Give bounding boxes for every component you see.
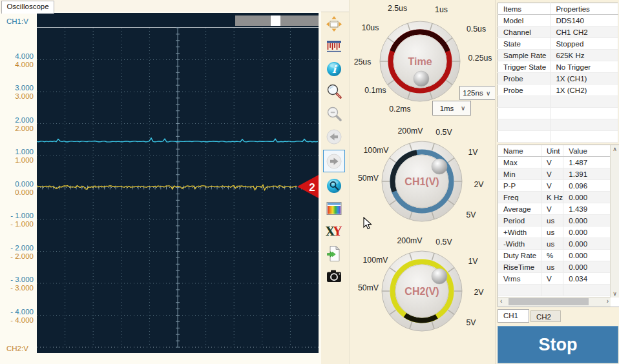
scroll-up-icon[interactable]: ∧ (611, 146, 619, 152)
ch2-scale-label: 2V (458, 288, 499, 297)
ch1-axis-title: CH1:V (6, 17, 28, 25)
horizontal-scrollbar[interactable]: ‹ › (498, 297, 611, 307)
time-scale-label: 10us (350, 23, 391, 32)
table-row: Probe1X (CH1) (498, 73, 618, 85)
ch1-scale-label: 0.5V (423, 128, 465, 137)
tab-ch1[interactable]: CH1 (498, 309, 529, 323)
table-cell (498, 119, 551, 131)
scroll-right-icon[interactable]: › (607, 298, 609, 305)
ch1-scale-value: - 3.000 (0, 276, 34, 283)
timebase-fine-value: 125ns (460, 89, 486, 97)
ch2-scale-value: 3.000 (0, 92, 34, 100)
search-icon[interactable] (324, 176, 344, 195)
table-cell: 0.000 (563, 192, 611, 203)
zoom-in-icon[interactable] (324, 82, 344, 101)
back-arrow-icon[interactable] (324, 127, 344, 146)
info-icon[interactable]: i (324, 59, 344, 78)
measurements-box: NameUintValueMaxV1.487MinV1.391P-PV0.096… (498, 145, 619, 307)
forward-arrow-icon[interactable] (323, 150, 345, 172)
ch1-scale-value: - 2.000 (0, 244, 34, 252)
ch2-scale-value: 2.000 (0, 125, 34, 132)
table-cell: -Width (498, 238, 541, 250)
ch2-scale-label: 0.5V (423, 238, 465, 247)
table-cell: V (541, 157, 563, 168)
time-scale-label: 0.5us (456, 25, 497, 34)
ch2-scale-value: - 3.000 (0, 284, 34, 292)
table-cell (541, 285, 563, 296)
ch2-scale-value: 4.000 (0, 61, 34, 68)
column-header: Name (498, 145, 541, 157)
measurements-table: NameUintValueMaxV1.487MinV1.391P-PV0.096… (498, 145, 611, 296)
ch2-scale-label: 5V (450, 318, 492, 327)
table-cell: RiseTime (498, 261, 541, 273)
table-header-row: ItemsProperties (498, 3, 618, 15)
pan-icon[interactable] (324, 14, 344, 33)
table-cell: 1.391 (563, 168, 611, 180)
table-cell: +Width (498, 227, 541, 238)
table-cell: CH1 CH2 (551, 26, 618, 38)
ruler-comb-icon[interactable] (324, 37, 344, 56)
table-row: VrmsV0.034 (498, 273, 611, 285)
table-cell: us (541, 261, 563, 273)
ch1-scale-value: - 4.000 (0, 308, 34, 316)
ch1-scale-value: 2.000 (0, 116, 34, 124)
tab-oscilloscope[interactable]: Oscilloscope (1, 1, 54, 14)
table-cell: V (541, 273, 563, 285)
ch2-scale-value: 1.000 (0, 156, 34, 164)
time-scale-label: 25us (342, 57, 383, 66)
export-icon[interactable] (324, 244, 344, 263)
vertical-scrollbar[interactable]: ∧ ∨ (610, 145, 619, 298)
ch1-scale-label: 100mV (355, 146, 397, 155)
table-cell (551, 119, 618, 131)
table-cell: 0.000 (563, 261, 611, 273)
palette-icon[interactable] (324, 199, 344, 217)
scroll-left-icon[interactable]: ‹ (500, 298, 502, 305)
timebase-fine-select[interactable]: 125ns ∨ (459, 86, 496, 100)
scroll-down-icon[interactable]: ∨ (611, 290, 619, 297)
table-row (498, 108, 618, 119)
ch2-scale-value: - 4.000 (0, 316, 34, 324)
table-cell: Min (498, 168, 541, 180)
knob-center-label: CH2(V) (404, 286, 439, 297)
table-row: RiseTimeus0.000 (498, 261, 611, 273)
timebase-coarse-select[interactable]: 1ms ∨ (432, 101, 471, 116)
camera-icon[interactable] (324, 267, 344, 285)
table-cell: 1X (CH2) (551, 85, 618, 96)
table-cell: 625K Hz (551, 50, 618, 61)
table-row: MinV1.391 (498, 168, 611, 180)
table-cell: Stopped (551, 38, 618, 50)
table-row: -Widthus0.000 (498, 238, 611, 250)
ch2-scale-value: - 2.000 (0, 252, 34, 260)
oscilloscope-app-window: { "window": { "tab_label": "Oscilloscope… (0, 0, 619, 364)
time-scale-label: 2.5us (377, 4, 418, 13)
ch2-axis-title: CH2:V (6, 345, 28, 352)
scrollbar-thumb[interactable] (509, 298, 589, 305)
ch2-scale-label: 100mV (355, 256, 396, 265)
zoom-out-icon[interactable] (324, 105, 344, 123)
ch1-scale-label: 50mV (348, 174, 389, 183)
stop-button[interactable]: Stop (498, 326, 618, 363)
table-cell: us (541, 238, 563, 250)
chevron-down-icon: ∨ (486, 90, 496, 97)
table-cell (498, 108, 551, 119)
ch2-scale-value: 0.000 (0, 188, 34, 196)
table-row (498, 285, 611, 296)
ch1-scale-label: 1V (452, 148, 494, 157)
table-cell: DDS140 (551, 15, 618, 26)
table-cell: No Trigger (551, 61, 618, 73)
table-cell: Max (498, 157, 541, 168)
waveform-display[interactable]: 2 (37, 13, 319, 353)
svg-text:Y: Y (333, 224, 342, 238)
table-row: FreqK Hz0.000 (498, 192, 611, 203)
xy-mode-icon[interactable]: X Y (324, 221, 344, 240)
time-scale-label: 1us (421, 5, 462, 14)
ch2-scale-label: 1V (452, 257, 494, 266)
tab-ch2[interactable]: CH2 (530, 310, 561, 322)
ch2-marker-label: 2 (309, 181, 315, 194)
table-cell: Freq (498, 192, 541, 203)
table-cell: Model (498, 15, 551, 26)
knob-indicator (432, 159, 447, 174)
table-cell: V (541, 168, 563, 180)
table-row: Sample Rate625K Hz (498, 50, 618, 61)
table-cell: 0.096 (563, 180, 611, 192)
